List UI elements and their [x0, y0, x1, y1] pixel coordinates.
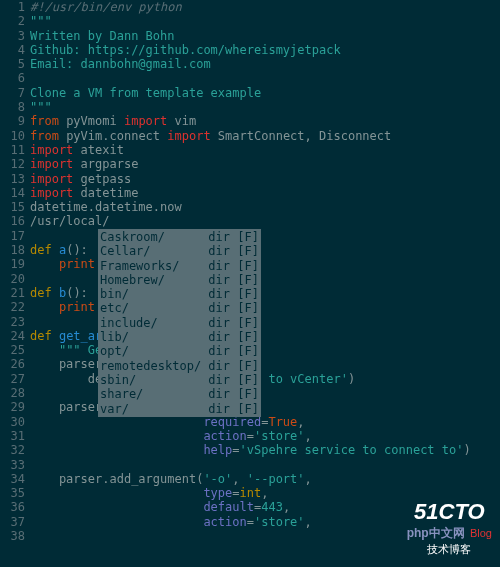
line-number: 32	[0, 443, 25, 457]
watermark: 51CTO php中文网 Blog 技术博客	[407, 499, 492, 557]
line-number: 25	[0, 343, 25, 357]
line-number: 29	[0, 400, 25, 414]
watermark-badge: php中文网	[407, 525, 465, 542]
completion-item[interactable]: remotedesktop/ dir [F]	[100, 359, 259, 373]
line-number: 14	[0, 186, 25, 200]
completion-item[interactable]: Cellar/ dir [F]	[100, 244, 259, 258]
completion-item[interactable]: etc/ dir [F]	[100, 301, 259, 315]
line-number: 27	[0, 372, 25, 386]
line-number: 8	[0, 100, 25, 114]
code-line[interactable]: help='vSpehre service to connect to')	[30, 443, 500, 457]
line-number: 5	[0, 57, 25, 71]
code-line[interactable]	[30, 458, 500, 472]
line-number: 4	[0, 43, 25, 57]
code-line[interactable]: Email: dannbohn@gmail.com	[30, 57, 500, 71]
line-number: 37	[0, 515, 25, 529]
completion-item[interactable]: Caskroom/ dir [F]	[100, 230, 259, 244]
line-number: 11	[0, 143, 25, 157]
line-number: 6	[0, 71, 25, 85]
code-line[interactable]: parser.add_argument('-o', '--port',	[30, 472, 500, 486]
line-number: 12	[0, 157, 25, 171]
line-number: 1	[0, 0, 25, 14]
line-number: 28	[0, 386, 25, 400]
code-line[interactable]: Written by Dann Bohn	[30, 29, 500, 43]
code-line[interactable]: import argparse	[30, 157, 500, 171]
completion-item[interactable]: Homebrew/ dir [F]	[100, 273, 259, 287]
code-line[interactable]: import getpass	[30, 172, 500, 186]
line-number: 22	[0, 300, 25, 314]
completion-popup[interactable]: Caskroom/ dir [F]Cellar/ dir [F]Framewor…	[98, 229, 261, 417]
line-number: 18	[0, 243, 25, 257]
line-number: 7	[0, 86, 25, 100]
line-number: 38	[0, 529, 25, 543]
line-number: 15	[0, 200, 25, 214]
line-number: 19	[0, 257, 25, 271]
line-number: 35	[0, 486, 25, 500]
watermark-logo: 51CTO	[407, 499, 492, 525]
code-line[interactable]	[30, 71, 500, 85]
completion-item[interactable]: share/ dir [F]	[100, 387, 259, 401]
line-number: 23	[0, 315, 25, 329]
completion-item[interactable]: include/ dir [F]	[100, 316, 259, 330]
line-number: 36	[0, 500, 25, 514]
watermark-blog: Blog	[470, 527, 492, 539]
line-number: 30	[0, 415, 25, 429]
code-line[interactable]: """	[30, 14, 500, 28]
line-number: 20	[0, 272, 25, 286]
completion-item[interactable]: lib/ dir [F]	[100, 330, 259, 344]
line-number: 26	[0, 357, 25, 371]
code-line[interactable]: action='store',	[30, 429, 500, 443]
line-number: 34	[0, 472, 25, 486]
code-line[interactable]: /usr/local/	[30, 214, 500, 228]
line-number: 24	[0, 329, 25, 343]
code-line[interactable]: datetime.datetime.now	[30, 200, 500, 214]
watermark-sub: 技术博客	[407, 542, 492, 557]
line-number: 9	[0, 114, 25, 128]
line-number: 16	[0, 214, 25, 228]
line-number: 31	[0, 429, 25, 443]
line-number: 2	[0, 14, 25, 28]
line-number: 10	[0, 129, 25, 143]
line-number: 13	[0, 172, 25, 186]
line-number: 17	[0, 229, 25, 243]
completion-item[interactable]: bin/ dir [F]	[100, 287, 259, 301]
line-number: 33	[0, 458, 25, 472]
completion-item[interactable]: var/ dir [F]	[100, 402, 259, 416]
code-line[interactable]: """	[30, 100, 500, 114]
code-line[interactable]: import datetime	[30, 186, 500, 200]
code-line[interactable]: from pyVmomi import vim	[30, 114, 500, 128]
completion-item[interactable]: Frameworks/ dir [F]	[100, 259, 259, 273]
code-line[interactable]: Github: https://github.com/whereismyjetp…	[30, 43, 500, 57]
code-line[interactable]: from pyVim.connect import SmartConnect, …	[30, 129, 500, 143]
completion-item[interactable]: sbin/ dir [F]	[100, 373, 259, 387]
line-number: 3	[0, 29, 25, 43]
line-number-gutter: 1234567891011121314151617181920212223242…	[0, 0, 30, 543]
code-line[interactable]: import atexit	[30, 143, 500, 157]
code-line[interactable]: Clone a VM from template example	[30, 86, 500, 100]
line-number: 21	[0, 286, 25, 300]
completion-item[interactable]: opt/ dir [F]	[100, 344, 259, 358]
code-line[interactable]: #!/usr/bin/env python	[30, 0, 500, 14]
